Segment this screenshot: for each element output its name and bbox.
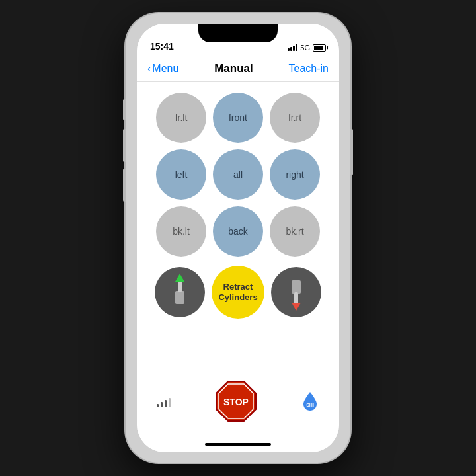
retract-cylinders-button[interactable]: Retract Cylinders	[212, 266, 264, 319]
notch	[198, 24, 278, 42]
home-bar	[205, 443, 271, 446]
chevron-left-icon: ‹	[147, 63, 151, 75]
grid-row-1: fr.lt front fr.rt	[156, 93, 320, 143]
stop-sign-icon: STOP	[214, 379, 258, 424]
power-button	[350, 129, 353, 175]
nav-bar: ‹ Menu Manual Teach-in	[137, 56, 339, 82]
signal-icon	[288, 44, 298, 51]
left-button[interactable]: left	[156, 149, 206, 200]
grid-row-3: bk.lt back bk.rt	[156, 206, 320, 257]
page-title: Manual	[214, 62, 253, 75]
back-button[interactable]: ‹ Menu	[147, 63, 178, 75]
direction-grid: fr.lt front fr.rt left all	[156, 93, 320, 257]
svg-text:STOP: STOP	[223, 397, 249, 407]
extend-cylinders-button[interactable]	[155, 267, 205, 317]
bk-lt-button[interactable]: bk.lt	[156, 206, 206, 257]
svg-rect-0	[175, 291, 184, 304]
phone-frame: 15:41 5G ‹ Menu Manual Teach-	[126, 13, 350, 463]
extend-cylinder-icon	[163, 272, 196, 312]
svg-rect-3	[292, 280, 301, 294]
status-icons: 5G	[288, 44, 326, 52]
main-content: fr.lt front fr.rt left all	[137, 82, 339, 436]
right-button[interactable]: right	[270, 149, 320, 200]
fr-lt-button[interactable]: fr.lt	[156, 93, 206, 143]
all-button[interactable]: all	[213, 149, 263, 200]
status-bar: 15:41 5G	[137, 24, 339, 56]
water-drop-icon[interactable]: SHI	[301, 391, 319, 415]
back-label: Menu	[152, 63, 178, 75]
battery-icon	[313, 44, 326, 52]
svg-text:SHI: SHI	[306, 403, 314, 407]
stop-button[interactable]: STOP	[214, 379, 258, 426]
network-label: 5G	[300, 44, 310, 52]
water-icon: SHI	[301, 391, 319, 412]
signal-bottom-icon	[157, 398, 171, 407]
front-button[interactable]: front	[213, 93, 263, 143]
home-indicator	[137, 436, 339, 452]
svg-marker-2	[175, 274, 184, 282]
bottom-area: STOP SHI	[143, 379, 333, 426]
bk-rt-button[interactable]: bk.rt	[270, 206, 320, 257]
volume-up-button	[123, 129, 126, 162]
svg-marker-5	[292, 303, 301, 311]
grid-row-2: left all right	[156, 149, 320, 200]
back-button[interactable]: back	[213, 206, 263, 257]
silent-switch	[123, 99, 126, 120]
teach-in-button[interactable]: Teach-in	[289, 63, 329, 75]
status-time: 15:41	[150, 41, 174, 52]
fr-rt-button[interactable]: fr.rt	[270, 93, 320, 143]
volume-down-button	[123, 169, 126, 202]
phone-screen: 15:41 5G ‹ Menu Manual Teach-	[137, 24, 339, 452]
cylinder-action-row: Retract Cylinders	[155, 266, 321, 319]
lower-cylinders-button[interactable]	[271, 267, 321, 317]
lower-cylinder-icon	[280, 272, 313, 312]
